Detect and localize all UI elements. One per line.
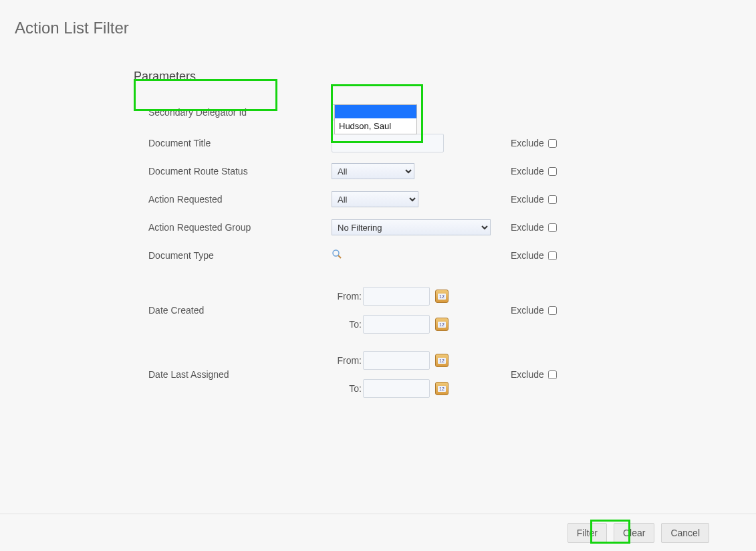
- to-label: To:: [349, 383, 362, 394]
- exclude-label: Exclude: [511, 138, 544, 148]
- to-label: To:: [349, 319, 362, 330]
- from-label: From:: [337, 291, 362, 302]
- row-action-requested: Action Requested All Exclude: [134, 185, 756, 213]
- date-created-from-input[interactable]: [363, 287, 430, 306]
- footer-bar: Filter Clear Cancel: [0, 514, 756, 551]
- label-secondary-delegator: Secondary Delegator Id: [134, 107, 332, 118]
- search-icon[interactable]: [332, 249, 342, 259]
- row-document-route-status: Document Route Status All Exclude: [134, 157, 756, 185]
- from-label: From:: [337, 355, 362, 366]
- label-document-type: Document Type: [134, 250, 332, 261]
- filter-form: Secondary Delegator Id Document Title Ex…: [134, 96, 756, 398]
- date-last-assigned-to-input[interactable]: [363, 379, 430, 398]
- row-document-title: Document Title Exclude: [134, 129, 756, 157]
- document-route-status-select[interactable]: All: [332, 163, 414, 179]
- page-title: Action List Filter: [0, 0, 756, 37]
- document-route-status-exclude-checkbox[interactable]: [548, 167, 557, 176]
- label-action-requested: Action Requested: [134, 194, 332, 205]
- document-title-exclude-checkbox[interactable]: [548, 139, 557, 148]
- cancel-button[interactable]: Cancel: [661, 523, 709, 543]
- action-requested-group-select[interactable]: No Filtering: [332, 219, 491, 235]
- secondary-delegator-dropdown-open: Hudson, Saul: [334, 104, 417, 134]
- date-last-assigned-from-input[interactable]: [363, 351, 430, 370]
- exclude-label: Exclude: [511, 369, 544, 380]
- exclude-label: Exclude: [511, 222, 544, 233]
- svg-point-0: [333, 250, 339, 256]
- row-date-created: Date Created From: To: Exclude: [134, 287, 756, 334]
- date-created-exclude-checkbox[interactable]: [548, 306, 557, 315]
- row-date-last-assigned: Date Last Assigned From: To: Exclude: [134, 351, 756, 398]
- exclude-label: Exclude: [511, 166, 544, 177]
- clear-button[interactable]: Clear: [614, 523, 654, 543]
- calendar-icon[interactable]: [435, 290, 449, 303]
- calendar-icon[interactable]: [435, 354, 449, 367]
- row-action-requested-group: Action Requested Group No Filtering Excl…: [134, 213, 756, 241]
- calendar-icon[interactable]: [435, 318, 449, 331]
- document-type-exclude-checkbox[interactable]: [548, 251, 557, 260]
- exclude-label: Exclude: [511, 305, 544, 316]
- row-document-type: Document Type Exclude: [134, 241, 756, 269]
- label-action-requested-group: Action Requested Group: [134, 222, 332, 233]
- calendar-icon[interactable]: [435, 382, 449, 395]
- svg-line-1: [338, 255, 341, 258]
- exclude-label: Exclude: [511, 250, 544, 261]
- filter-button[interactable]: Filter: [568, 523, 607, 543]
- dropdown-option-hudson[interactable]: Hudson, Saul: [335, 118, 416, 134]
- date-created-to-input[interactable]: [363, 315, 430, 334]
- row-secondary-delegator: Secondary Delegator Id: [134, 96, 756, 129]
- label-document-title: Document Title: [134, 138, 332, 148]
- document-title-input[interactable]: [332, 134, 444, 152]
- dropdown-option-blank[interactable]: [335, 105, 416, 118]
- date-last-assigned-exclude-checkbox[interactable]: [548, 370, 557, 379]
- action-requested-select[interactable]: All: [332, 191, 418, 207]
- label-date-last-assigned: Date Last Assigned: [134, 369, 332, 380]
- action-requested-group-exclude-checkbox[interactable]: [548, 223, 557, 232]
- label-document-route-status: Document Route Status: [134, 166, 332, 177]
- action-requested-exclude-checkbox[interactable]: [548, 195, 557, 204]
- label-date-created: Date Created: [134, 305, 332, 316]
- exclude-label: Exclude: [511, 194, 544, 205]
- parameters-heading: Parameters: [134, 70, 756, 84]
